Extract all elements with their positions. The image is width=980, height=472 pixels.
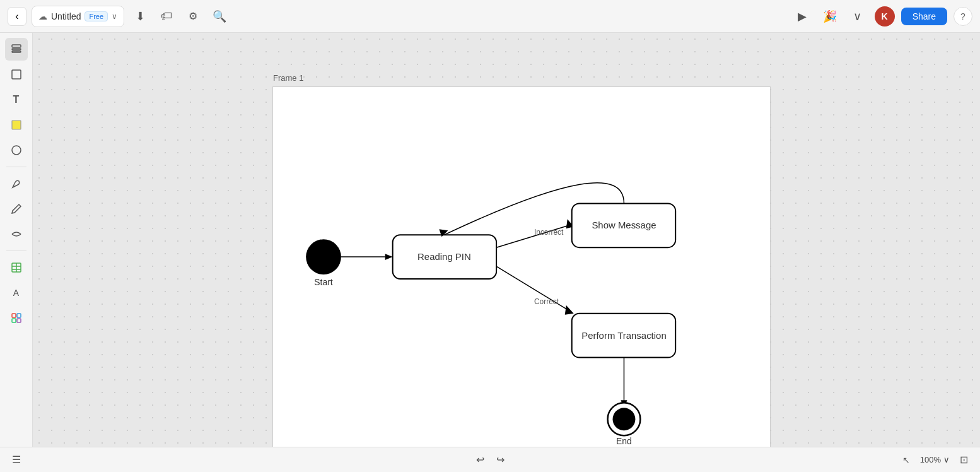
- bottom-bar: ☰ ↩ ↪ ↖ 100% ∨ ⊡: [0, 447, 980, 472]
- frame-label: Frame 1: [273, 73, 303, 83]
- svg-rect-12: [12, 319, 16, 322]
- end-label: End: [616, 436, 632, 446]
- text2-tool[interactable]: A: [5, 281, 28, 304]
- sidebar-divider-1: [6, 167, 26, 167]
- play-button[interactable]: ▶: [791, 6, 813, 27]
- celebrate-button[interactable]: 🎉: [819, 6, 841, 27]
- svg-rect-10: [12, 314, 16, 317]
- play-icon: ▶: [798, 9, 807, 23]
- start-label: Start: [314, 277, 333, 287]
- cursor-button[interactable]: ↖: [897, 451, 915, 469]
- text-tool[interactable]: T: [5, 88, 28, 111]
- layout-button[interactable]: ⊡: [955, 451, 972, 469]
- components-tool[interactable]: [5, 307, 28, 329]
- incorrect-label: Incorrect: [534, 228, 564, 237]
- pages-bottom-button[interactable]: ☰: [8, 451, 25, 469]
- sidebar-divider-2: [6, 251, 26, 251]
- share-label: Share: [913, 11, 936, 21]
- svg-marker-20: [565, 305, 574, 315]
- title-chevron-icon: ∨: [112, 12, 117, 21]
- correct-label: Correct: [534, 297, 559, 306]
- reading-pin-label: Reading PIN: [417, 251, 471, 262]
- connector-tool[interactable]: [5, 223, 28, 245]
- svg-marker-15: [385, 254, 393, 260]
- settings-icon: ⚙: [189, 10, 197, 22]
- frame-tool[interactable]: [5, 63, 28, 86]
- free-badge: Free: [85, 11, 108, 21]
- svg-rect-1: [12, 49, 21, 50]
- svg-rect-13: [17, 319, 21, 322]
- left-sidebar: T: [0, 33, 33, 447]
- settings-button[interactable]: ⚙: [182, 6, 204, 27]
- bottom-left: ☰: [8, 451, 25, 469]
- svg-rect-0: [12, 45, 21, 47]
- shape-tool[interactable]: [5, 139, 28, 162]
- end-inner-node: [613, 408, 636, 430]
- svg-point-5: [12, 146, 21, 155]
- undo-button[interactable]: ↩: [471, 451, 489, 469]
- help-button[interactable]: ?: [954, 7, 972, 26]
- back-icon: ‹: [15, 11, 18, 22]
- diagram-svg: Start Reading PIN Incorrect Show Message: [273, 87, 770, 447]
- perform-transaction-label: Perform Transaction: [581, 330, 667, 341]
- show-message-label: Show Message: [592, 220, 656, 230]
- pages-tool[interactable]: [5, 38, 28, 61]
- table-tool[interactable]: [5, 256, 28, 279]
- document-title: Untitled: [51, 11, 81, 21]
- text2-icon: A: [13, 288, 19, 298]
- bottom-right: ↖ 100% ∨ ⊡: [897, 451, 972, 469]
- pen-tool[interactable]: [5, 172, 28, 195]
- start-node[interactable]: [306, 239, 341, 274]
- redo-icon: ↪: [496, 454, 505, 466]
- svg-rect-11: [17, 314, 21, 317]
- avatar-letter: K: [882, 11, 888, 21]
- search-button[interactable]: 🔍: [209, 6, 230, 27]
- tag-button[interactable]: 🏷: [156, 6, 177, 27]
- toolbar: ‹ ☁ Untitled Free ∨ ⬇ 🏷 ⚙ 🔍 ▶ 🎉 ∨: [0, 0, 980, 33]
- zoom-level: 100%: [920, 455, 941, 464]
- layout-icon: ⊡: [960, 454, 968, 466]
- cursor-icon: ↖: [902, 455, 910, 465]
- svg-rect-3: [12, 70, 21, 79]
- svg-rect-4: [12, 121, 21, 129]
- zoom-chevron-icon: ∨: [943, 455, 950, 464]
- back-button[interactable]: ‹: [8, 7, 26, 26]
- help-icon: ?: [960, 11, 965, 21]
- svg-rect-2: [12, 51, 21, 52]
- share-button[interactable]: Share: [901, 8, 947, 25]
- avatar[interactable]: K: [875, 6, 895, 27]
- pages-bottom-icon: ☰: [12, 454, 21, 466]
- diagram-frame: Frame 1 Start Reading PIN Incorrect Show: [272, 86, 771, 447]
- zoom-display[interactable]: 100% ∨: [920, 455, 950, 464]
- toolbar-right: ▶ 🎉 ∨ K Share ?: [791, 6, 972, 27]
- undo-icon: ↩: [476, 454, 484, 466]
- pencil-tool[interactable]: [5, 198, 28, 220]
- redo-button[interactable]: ↪: [491, 451, 509, 469]
- title-area[interactable]: ☁ Untitled Free ∨: [32, 6, 124, 27]
- bottom-center: ↩ ↪: [471, 451, 509, 469]
- search-icon: 🔍: [213, 9, 226, 23]
- tag-icon: 🏷: [161, 9, 172, 23]
- download-icon: ⬇: [136, 9, 145, 23]
- canvas-area[interactable]: Frame 1 Start Reading PIN Incorrect Show: [33, 33, 980, 447]
- cloud-icon: ☁: [38, 11, 47, 21]
- main-area: T: [0, 33, 980, 447]
- celebrate-icon: 🎉: [823, 9, 837, 23]
- chevron-down-icon: ∨: [853, 9, 861, 23]
- sticky-tool[interactable]: [5, 114, 28, 136]
- text-icon: T: [13, 94, 20, 105]
- toolbar-left: ‹ ☁ Untitled Free ∨ ⬇ 🏷 ⚙ 🔍: [8, 6, 230, 27]
- download-button[interactable]: ⬇: [129, 6, 151, 27]
- chevron-button[interactable]: ∨: [847, 6, 868, 27]
